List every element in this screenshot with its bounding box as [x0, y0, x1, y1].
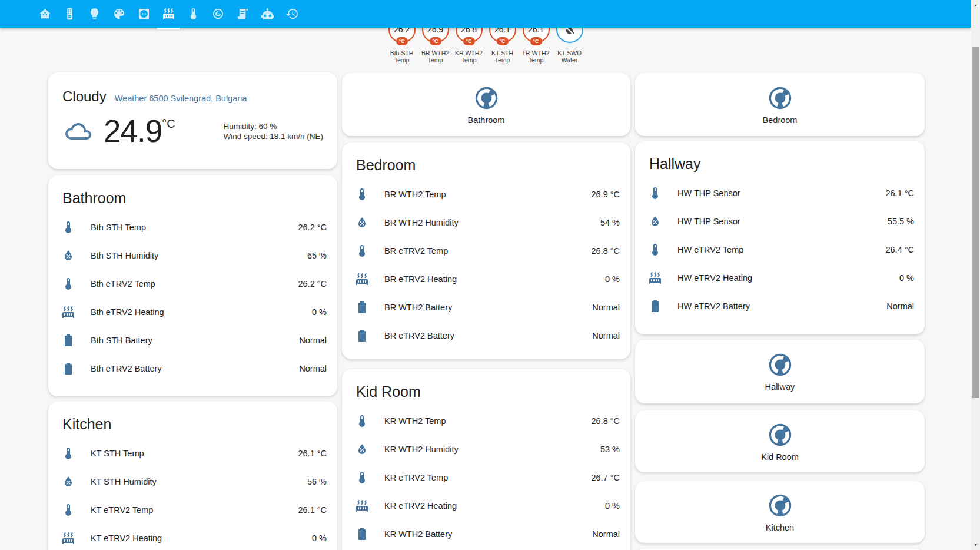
- radiator-icon: [355, 272, 369, 286]
- badge-unit: °C: [496, 37, 508, 45]
- app-bar: [0, 0, 971, 28]
- badge-label: LR WTH2Temp: [521, 49, 552, 64]
- scrollbar-up-arrow[interactable]: ▲: [971, 1, 980, 9]
- column-left: Cloudy Weather 6500 Svilengrad, Bulgaria…: [48, 0, 337, 550]
- nav-card-label: Kid Room: [761, 452, 799, 462]
- tab-automation[interactable]: [255, 0, 280, 28]
- thermometer-icon: [61, 277, 75, 291]
- tab-thermostat[interactable]: [205, 0, 230, 28]
- badge-unit: °C: [463, 37, 474, 45]
- thermostat-room-icon: [473, 85, 500, 111]
- battery-icon: [648, 299, 662, 313]
- entity-rows: HW THP Sensor 26.1 °C HW THP Sensor 55.5…: [645, 179, 915, 320]
- weather-wind: Wind speed: 18.1 km/h (NE): [223, 131, 323, 141]
- radiator-icon: [61, 531, 75, 545]
- badge-label: KR WTH2Temp: [454, 49, 484, 64]
- battery-icon: [355, 527, 369, 541]
- nav-card-kitchen[interactable]: Kitchen: [635, 481, 925, 543]
- humidity-icon: [355, 442, 369, 456]
- weather-title-link[interactable]: Weather 6500 Svilengrad, Bulgaria: [115, 94, 247, 103]
- tab-sockets[interactable]: [131, 0, 156, 28]
- thermometer-icon: [187, 7, 200, 21]
- thermostat-room-icon: [767, 85, 793, 111]
- thermometer-icon: [61, 503, 75, 517]
- thermostat-room-icon: [767, 422, 793, 448]
- sensor-row[interactable]: HW THP Sensor 26.1 °C: [645, 179, 915, 207]
- palette-icon: [112, 7, 126, 21]
- sensor-row[interactable]: KT STH Humidity 56 %: [58, 468, 328, 496]
- power-socket-icon: [137, 7, 151, 21]
- card-title: Kid Room: [356, 383, 621, 400]
- sensor-row[interactable]: KT STH Temp 26.1 °C: [58, 439, 328, 468]
- sensor-row[interactable]: KR WTH2 Temp 26.8 °C: [351, 407, 621, 435]
- thermometer-icon: [355, 244, 369, 258]
- remote-control-icon: [63, 7, 77, 21]
- column-middle: Bathroom Bedroom BR WTH2 Temp 26.9 °C BR…: [342, 0, 630, 550]
- nav-card-label: Hallway: [765, 382, 795, 392]
- radiator-icon: [648, 271, 662, 285]
- tab-scripts[interactable]: [230, 0, 255, 28]
- thermostat-room-icon: [767, 352, 793, 378]
- humidity-icon: [61, 475, 75, 489]
- sensor-row[interactable]: HW eTRV2 Battery Normal: [645, 292, 915, 320]
- sensor-row[interactable]: BR WTH2 Battery Normal: [351, 293, 621, 322]
- sensor-row[interactable]: Bth STH Humidity 65 %: [58, 241, 328, 270]
- humidity-icon: [61, 249, 75, 263]
- card-title: Bathroom: [62, 190, 328, 206]
- humidity-icon: [355, 216, 369, 230]
- thermometer-icon: [355, 471, 369, 485]
- entity-rows: KT STH Temp 26.1 °C KT STH Humidity 56 %…: [58, 439, 328, 550]
- badge-label: KT SWDWater: [554, 49, 585, 64]
- battery-icon: [61, 362, 75, 376]
- sensor-row[interactable]: KR eTRV2 Heating 0 %: [351, 492, 621, 520]
- sensor-row[interactable]: BR WTH2 Humidity 54 %: [351, 208, 621, 237]
- battery-icon: [355, 329, 369, 343]
- sensor-row[interactable]: KR WTH2 Battery Normal: [351, 520, 621, 548]
- tab-temperature[interactable]: [181, 0, 205, 28]
- card-title: Kitchen: [62, 416, 328, 432]
- sensor-row[interactable]: Bth eTRV2 Battery Normal: [58, 354, 328, 383]
- nav-card-bathroom[interactable]: Bathroom: [342, 73, 630, 136]
- radiator-icon: [162, 7, 175, 21]
- sensor-row[interactable]: HW THP Sensor 55.5 %: [645, 207, 915, 236]
- nav-card-bedroom[interactable]: Bedroom: [635, 73, 925, 136]
- entity-rows: BR WTH2 Temp 26.9 °C BR WTH2 Humidity 54…: [351, 180, 621, 350]
- tab-palette[interactable]: [107, 0, 131, 28]
- sensor-row[interactable]: Bth eTRV2 Temp 26.2 °C: [58, 270, 328, 298]
- thermometer-icon: [355, 414, 369, 428]
- thermometer-icon: [355, 187, 369, 201]
- sensor-row[interactable]: Bth STH Temp 26.2 °C: [58, 213, 328, 241]
- tab-lights[interactable]: [82, 0, 107, 28]
- sensor-row[interactable]: HW eTRV2 Temp 26.4 °C: [645, 236, 915, 264]
- scrollbar-down-arrow[interactable]: ▼: [971, 541, 980, 549]
- sensor-row[interactable]: BR eTRV2 Temp 26.8 °C: [351, 237, 621, 265]
- nav-card-hallway[interactable]: Hallway: [635, 340, 925, 403]
- tab-heating-active[interactable]: [156, 0, 181, 28]
- sensor-row[interactable]: KT eTRV2 Heating 0 %: [58, 524, 328, 550]
- badge-unit: °C: [429, 37, 441, 45]
- weather-card[interactable]: Cloudy Weather 6500 Svilengrad, Bulgaria…: [48, 72, 337, 169]
- sensor-row[interactable]: BR WTH2 Temp 26.9 °C: [351, 180, 621, 208]
- sensor-row[interactable]: Bth STH Battery Normal: [58, 326, 328, 354]
- bathroom-card: Bathroom Bth STH Temp 26.2 °C Bth STH Hu…: [48, 175, 337, 396]
- thermometer-icon: [61, 220, 75, 234]
- nav-card-label: Bathroom: [468, 115, 505, 125]
- sensor-row[interactable]: KR eTRV2 Temp 26.7 °C: [351, 463, 621, 492]
- sensor-row[interactable]: Bth eTRV2 Heating 0 %: [58, 298, 328, 326]
- sensor-row[interactable]: KR WTH2 Humidity 53 %: [351, 435, 621, 463]
- sensor-row[interactable]: KT eTRV2 Temp 26.1 °C: [58, 496, 328, 524]
- tab-history[interactable]: [280, 0, 304, 28]
- sensor-row[interactable]: BR eTRV2 Heating 0 %: [351, 265, 621, 293]
- scrollbar-thumb[interactable]: [972, 47, 979, 398]
- tab-home[interactable]: [32, 0, 57, 28]
- robot-icon: [261, 7, 274, 21]
- sensor-row[interactable]: BR eTRV2 Battery Normal: [351, 322, 621, 350]
- badge-label: Bth STHTemp: [387, 49, 417, 64]
- card-title: Hallway: [649, 155, 915, 172]
- kitchen-card: Kitchen KT STH Temp 26.1 °C KT STH Humid…: [48, 402, 337, 550]
- column-right: Bedroom Hallway HW THP Sensor 26.1 °C HW…: [635, 0, 925, 550]
- badge-label: BR WTH2Temp: [420, 49, 451, 64]
- sensor-row[interactable]: HW eTRV2 Heating 0 %: [645, 264, 915, 292]
- nav-card-kid-room[interactable]: Kid Room: [635, 410, 925, 472]
- tab-remote[interactable]: [57, 0, 82, 28]
